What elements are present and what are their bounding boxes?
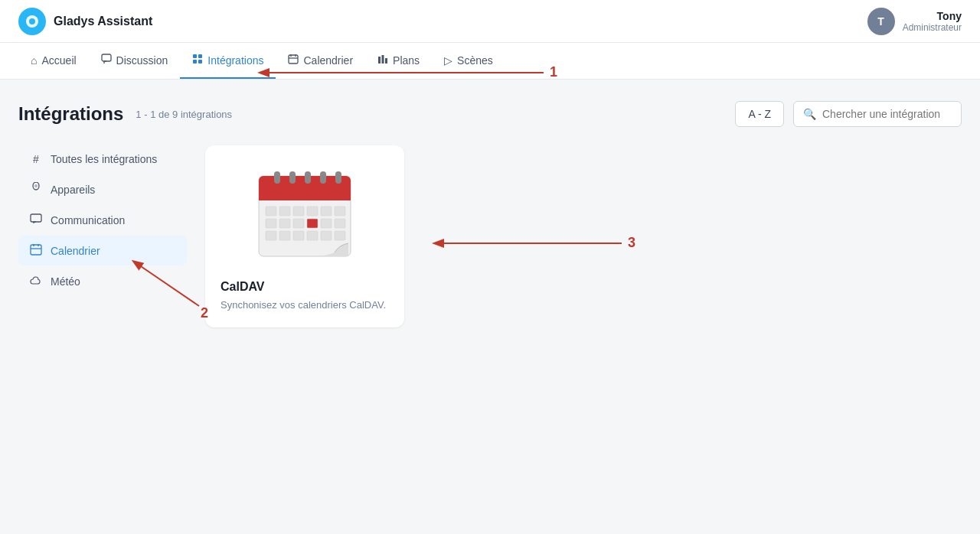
logo-icon xyxy=(18,8,46,35)
svg-rect-27 xyxy=(305,171,311,184)
svg-rect-18 xyxy=(31,245,41,255)
sidebar-item-calendrier[interactable]: Calendrier xyxy=(18,236,187,265)
svg-rect-33 xyxy=(307,207,318,216)
sidebar-item-label-meteo: Météo xyxy=(51,275,80,288)
nav-item-accueil[interactable]: ⌂ Accueil xyxy=(18,43,89,79)
svg-rect-44 xyxy=(293,231,304,240)
svg-rect-28 xyxy=(320,171,326,184)
nav-item-calendrier[interactable]: Calendrier xyxy=(276,43,365,79)
svg-rect-31 xyxy=(279,207,290,216)
sidebar-item-appareils[interactable]: Appareils xyxy=(18,174,187,204)
svg-rect-43 xyxy=(279,231,290,240)
sort-button[interactable]: A - Z xyxy=(735,101,784,127)
calendrier-sidebar-icon xyxy=(29,243,43,258)
sidebar-item-communication[interactable]: Communication xyxy=(18,206,187,234)
page-title-row: Intégrations 1 - 1 de 9 intégrations xyxy=(18,103,232,125)
brand: Gladys Assistant xyxy=(18,8,152,35)
svg-rect-35 xyxy=(335,207,345,216)
svg-rect-39 xyxy=(307,219,318,228)
nav-label-calendrier: Calendrier xyxy=(303,54,353,67)
svg-rect-47 xyxy=(335,231,345,240)
svg-point-16 xyxy=(34,184,38,187)
svg-rect-7 xyxy=(198,60,202,63)
svg-rect-38 xyxy=(293,219,304,228)
svg-rect-45 xyxy=(307,231,318,240)
svg-rect-30 xyxy=(266,207,276,216)
svg-rect-8 xyxy=(289,55,298,63)
nav-item-plans[interactable]: Plans xyxy=(365,43,432,79)
sidebar-item-meteo[interactable]: Météo xyxy=(18,267,187,295)
nav-item-integrations[interactable]: Intégrations xyxy=(180,43,276,79)
plans-icon xyxy=(377,54,388,67)
svg-rect-13 xyxy=(382,55,384,63)
header: Gladys Assistant T Tony Administrateur xyxy=(0,0,980,43)
meteo-icon xyxy=(29,275,43,288)
svg-rect-41 xyxy=(335,219,345,228)
svg-rect-36 xyxy=(266,219,276,228)
svg-rect-5 xyxy=(198,54,202,58)
home-icon: ⌂ xyxy=(31,54,37,67)
card-caldav[interactable]: CalDAV Synchonisez vos calendriers CalDA… xyxy=(205,145,404,327)
svg-rect-26 xyxy=(289,171,296,184)
svg-rect-12 xyxy=(378,57,381,63)
content-area: # Toutes les intégrations Appareils Comm… xyxy=(0,145,980,346)
user-info: Tony Administrateur xyxy=(903,10,962,33)
search-box: 🔍 xyxy=(793,101,962,127)
user-section: T Tony Administrateur xyxy=(867,8,962,35)
svg-rect-42 xyxy=(266,231,276,240)
svg-rect-25 xyxy=(274,171,280,184)
caldav-calendar-svg xyxy=(255,161,354,268)
avatar: T xyxy=(867,8,895,35)
main-nav: ⌂ Accueil Discussion Intégrations Calend… xyxy=(0,43,980,80)
cards-grid: CalDAV Synchonisez vos calendriers CalDA… xyxy=(205,145,962,327)
svg-rect-37 xyxy=(279,219,290,228)
nav-item-discussion[interactable]: Discussion xyxy=(89,43,181,79)
calendrier-nav-icon xyxy=(288,54,299,67)
user-name: Tony xyxy=(903,10,962,22)
scenes-icon: ▷ xyxy=(444,54,452,67)
sidebar-item-label-calendrier: Calendrier xyxy=(51,245,100,257)
page-count: 1 - 1 de 9 intégrations xyxy=(136,109,232,120)
discussion-icon xyxy=(101,54,112,67)
svg-rect-3 xyxy=(102,54,111,61)
search-icon: 🔍 xyxy=(803,108,816,120)
svg-rect-29 xyxy=(335,171,341,184)
svg-point-2 xyxy=(29,18,35,24)
nav-label-plans: Plans xyxy=(393,54,420,67)
integrations-icon xyxy=(192,54,203,67)
nav-label-discussion: Discussion xyxy=(116,54,168,67)
svg-rect-6 xyxy=(193,60,197,63)
sidebar-item-label-all: Toutes les intégrations xyxy=(51,153,157,165)
card-desc-caldav: Synchonisez vos calendriers CalDAV. xyxy=(220,298,389,312)
app-name: Gladys Assistant xyxy=(54,15,152,28)
card-title-caldav: CalDAV xyxy=(220,280,389,294)
svg-rect-14 xyxy=(385,58,387,63)
svg-rect-17 xyxy=(31,214,41,222)
svg-rect-46 xyxy=(321,231,332,240)
svg-rect-34 xyxy=(321,207,332,216)
search-input[interactable] xyxy=(822,108,952,120)
page-controls: A - Z 🔍 xyxy=(735,101,962,127)
svg-rect-32 xyxy=(293,207,304,216)
nav-label-integrations: Intégrations xyxy=(207,54,263,67)
nav-label-accueil: Accueil xyxy=(41,54,76,67)
nav-item-scenes[interactable]: ▷ Scènes xyxy=(432,43,505,79)
sidebar-item-label-appareils: Appareils xyxy=(51,184,95,196)
svg-rect-40 xyxy=(321,219,332,228)
page-header: Intégrations 1 - 1 de 9 intégrations A -… xyxy=(0,80,980,127)
page-title: Intégrations xyxy=(18,103,123,125)
nav-label-scenes: Scènes xyxy=(457,54,493,67)
sidebar: # Toutes les intégrations Appareils Comm… xyxy=(18,145,187,327)
svg-rect-24 xyxy=(259,190,351,200)
user-role: Administrateur xyxy=(903,22,962,33)
sidebar-item-all[interactable]: # Toutes les intégrations xyxy=(18,145,187,173)
communication-icon xyxy=(29,213,43,226)
sidebar-item-label-communication: Communication xyxy=(51,214,125,226)
card-image-caldav xyxy=(220,161,389,268)
all-integrations-icon: # xyxy=(29,153,43,165)
appareils-icon xyxy=(29,182,43,197)
svg-rect-4 xyxy=(193,54,197,58)
